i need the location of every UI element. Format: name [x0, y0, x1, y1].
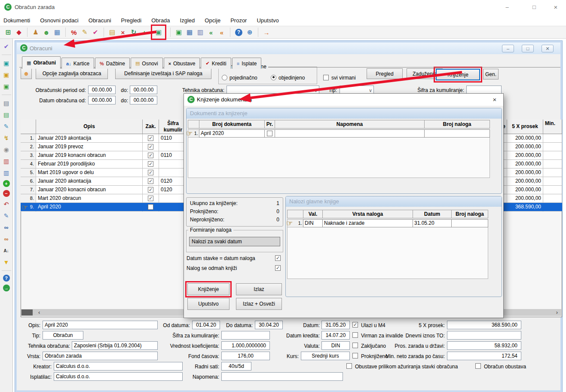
mouse-settings-icon[interactable]: ◉	[2, 145, 11, 154]
docs-row-napomena[interactable]	[275, 129, 425, 138]
od-datuma-input[interactable]: 01.04.20	[192, 321, 220, 329]
nalozi-row-vrsta[interactable]: Naknade i zarade	[322, 219, 413, 227]
back-green-icon[interactable]: «	[206, 28, 216, 37]
period-od-input[interactable]: 00.00.00	[88, 86, 116, 94]
find-icon[interactable]: ∞	[2, 223, 11, 232]
gen-button[interactable]: Gen.	[483, 69, 499, 80]
user-options-button[interactable]: ☻	[21, 68, 32, 79]
docs-col-broj[interactable]: Broj dokumenta	[199, 120, 265, 129]
verify-icon[interactable]: ✔	[2, 42, 11, 51]
sifra-kumuliranje-filter-input[interactable]	[466, 86, 502, 94]
menu-item-osnovni-podaci[interactable]: Osnovni podaci	[40, 17, 79, 24]
napomena-input[interactable]	[221, 372, 343, 381]
exit-icon[interactable]: →	[3, 285, 10, 291]
proknjizeno-checkbox[interactable]	[352, 353, 358, 358]
dialog-titlebar[interactable]: C Knjizenje dokumenata ×	[184, 94, 503, 106]
grid-icon[interactable]: ▦	[185, 28, 194, 37]
menu-item-pregledi[interactable]: Pregledi	[121, 17, 142, 24]
virman-invalide-checkbox[interactable]	[352, 332, 358, 338]
calculator-table-icon[interactable]: ▦	[52, 28, 62, 37]
zakljucano-checkbox[interactable]	[352, 343, 358, 348]
print-fast-icon[interactable]: ↯	[2, 134, 11, 142]
menu-item-izgled[interactable]: Izgled	[180, 17, 195, 24]
obracun-obustava-checkbox[interactable]	[475, 363, 481, 369]
help-icon[interactable]: ?	[3, 275, 10, 282]
col-header-zak[interactable]: Zak.	[143, 119, 159, 134]
tip-input[interactable]: Obračun	[43, 331, 83, 340]
docs-row-broj[interactable]: April 2020	[199, 129, 265, 138]
close-button[interactable]: ×	[549, 3, 562, 11]
tab-krediti[interactable]: ✔Krediti	[201, 58, 231, 69]
print-preview-icon[interactable]: ✎	[2, 122, 11, 131]
tab-dazbine[interactable]: %Dažbine	[95, 58, 130, 69]
datum-do-input[interactable]: 00.00.00	[130, 96, 157, 104]
menu-item-obracuni[interactable]: Obracuni	[89, 17, 111, 24]
izlaz-button[interactable]: Izlaz	[236, 283, 282, 295]
employee-chair-icon[interactable]: ♟	[31, 28, 40, 37]
tab-obracuni[interactable]: ▦Obračuni	[22, 56, 61, 69]
help-icon[interactable]: ?	[235, 29, 242, 36]
add-record-icon[interactable]: +	[3, 180, 10, 187]
kurs-input[interactable]: Srednji kurs	[301, 352, 350, 360]
objedinjeno-radio[interactable]	[271, 75, 276, 80]
nalozi-col-vrsta[interactable]: Vrsta naloga	[322, 210, 413, 218]
save-export-icon[interactable]: ▣	[2, 82, 11, 91]
sort-az-icon[interactable]: A↓	[2, 246, 11, 255]
svi-virmani-checkbox[interactable]	[323, 75, 329, 80]
child-close-button[interactable]: ✕	[542, 45, 554, 52]
child-minimize-button[interactable]: –	[502, 45, 514, 52]
menu-item-obrada[interactable]: Obrada	[151, 17, 170, 24]
table-refresh-icon[interactable]: ↻	[129, 28, 138, 37]
sifra-kum-input[interactable]	[221, 331, 270, 340]
dnevni-iznos-input[interactable]	[447, 331, 521, 340]
edit-star-icon[interactable]: ✎	[80, 28, 89, 37]
dialog-close-button[interactable]: ×	[490, 95, 500, 104]
book-refresh-icon[interactable]: ▥	[196, 28, 205, 37]
datum-kredita-input[interactable]: 14.07.20	[321, 331, 350, 340]
print-all-icon[interactable]: ▤	[2, 110, 11, 119]
nalozi-col-broj[interactable]: Broj naloga	[451, 210, 488, 218]
col-header-prosek[interactable]: 5 X prosek	[507, 119, 543, 134]
nalozi-row-broj[interactable]	[451, 219, 488, 227]
opcije-zaglavlja-button[interactable]: Opcije zaglavlja obrazaca	[36, 68, 108, 79]
save-all-icon[interactable]: ▣	[2, 70, 11, 79]
nalozi-col-datum[interactable]: Datum	[413, 210, 452, 218]
formiranje-combo[interactable]: Nalozi za svaki datum	[189, 237, 280, 246]
tehnika-input[interactable]: Zaposleni (Srbija 01.09.2004)	[72, 341, 158, 350]
child-maximize-button[interactable]: □	[522, 45, 534, 52]
valuta-input[interactable]: DIN	[321, 341, 350, 350]
kreator-input[interactable]: Calculus d.o.o.	[54, 362, 183, 371]
objedinjeno-radio-label[interactable]: objedinjeno	[278, 74, 305, 82]
checklist-icon[interactable]: ✔	[91, 28, 100, 37]
maximize-button[interactable]: □	[528, 3, 541, 11]
pojedinacno-radio-label[interactable]: pojedinačno	[229, 74, 257, 82]
index-red-icon[interactable]: ▥	[2, 157, 11, 165]
nalog-odmah-checkbox[interactable]	[275, 265, 281, 271]
isplatilac-input[interactable]: Calculus d.o.o.	[54, 372, 183, 381]
exit-icon[interactable]: →	[262, 28, 271, 37]
definisanje-izvestaja-button[interactable]: Definisanje izveštaja i SAP naloga	[115, 68, 211, 79]
globe-edit-icon[interactable]: ⊕	[245, 28, 254, 37]
fond-casova-input[interactable]: 176,00	[221, 352, 270, 360]
scroll-right-icon[interactable]: ›	[556, 309, 558, 316]
save-icon[interactable]: ▣	[2, 59, 11, 67]
menu-item-uputstvo[interactable]: Uputstvo	[257, 17, 278, 24]
minimize-button[interactable]: –	[501, 3, 514, 11]
uputstvo-button[interactable]: Uputstvo	[187, 298, 229, 310]
datum-input[interactable]: 31.05.20	[321, 321, 350, 329]
do-datuma-input[interactable]: 30.04.20	[255, 321, 283, 329]
find-next-icon[interactable]: ∞	[2, 235, 11, 243]
back-orange-icon[interactable]: «	[217, 28, 226, 37]
tab-osnovi[interactable]: ▤Osnovi	[131, 58, 163, 69]
delete-record-icon[interactable]: −	[3, 190, 10, 197]
docs-row-pr[interactable]	[264, 129, 275, 138]
nalozi-col-val[interactable]: Val.	[303, 210, 323, 218]
filter-icon[interactable]: ▼	[2, 258, 11, 266]
person-icon[interactable]: ☻	[42, 28, 51, 37]
favorites-icon[interactable]: ◆	[14, 28, 24, 37]
copy-sheet-icon[interactable]: ▣	[174, 28, 184, 37]
org-chart-icon[interactable]: ⊞	[3, 28, 13, 37]
docs-col-napomena[interactable]: Napomena	[275, 120, 425, 129]
nalozi-row-val[interactable]: DIN	[303, 219, 323, 227]
copy-window-icon[interactable]: ▣	[154, 28, 163, 37]
